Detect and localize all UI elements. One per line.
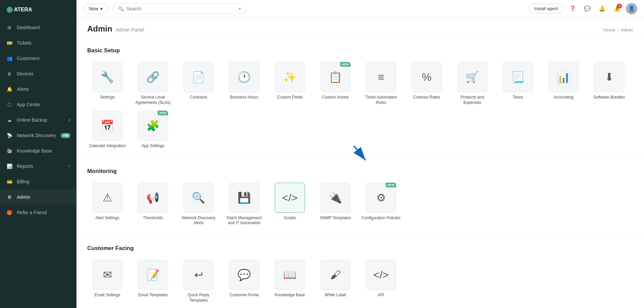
breadcrumb-separator: > xyxy=(617,27,620,33)
sidebar-item-app-center[interactable]: ⬡ App Center xyxy=(0,97,76,112)
breadcrumb-home[interactable]: Home xyxy=(603,27,615,33)
card-contracts[interactable]: 📄Contracts xyxy=(178,62,219,105)
user-avatar[interactable]: 👤 xyxy=(626,3,637,14)
sidebar-label-tickets: Tickets xyxy=(17,40,32,46)
search-bar: 🔍 ▾ xyxy=(112,3,247,14)
card-patch-management[interactable]: 💾Patch Management and IT Automation xyxy=(224,183,264,226)
card-label-email-settings: Email Settings xyxy=(95,293,120,298)
sidebar-item-billing[interactable]: 💳 Billing xyxy=(0,174,76,189)
card-calendar-integration[interactable]: 📅Calendar Integration xyxy=(87,111,127,149)
white-label-icon: 🖌 xyxy=(330,269,341,280)
card-software-bundles[interactable]: ⬇Software Bundles xyxy=(589,62,629,105)
sidebar-label-admin: Admin xyxy=(17,194,30,200)
card-label-business-hours: Business Hours xyxy=(230,95,258,100)
card-label-contract-rates: Contract Rates xyxy=(413,95,440,100)
install-agent-button[interactable]: Install agent xyxy=(529,4,564,13)
card-network-discovery-alerts[interactable]: 🔍Network Discovery Alerts xyxy=(178,183,219,226)
card-custom-assets[interactable]: NEW📋Custom Assets xyxy=(315,62,356,105)
knowledge-base-icon: 📚 xyxy=(6,147,13,154)
sidebar-item-refer[interactable]: 🎁 Refer a Friend xyxy=(0,205,76,220)
card-label-patch-management: Patch Management and IT Automation xyxy=(224,215,264,226)
card-white-label[interactable]: 🖌White Label xyxy=(315,260,356,303)
sidebar-item-reports[interactable]: 📊 Reports ▾ xyxy=(0,159,76,174)
sidebar-label-dashboard: Dashboard xyxy=(17,25,40,30)
card-label-app-settings: App Settings xyxy=(142,143,164,149)
help-button[interactable]: ❓ xyxy=(567,3,578,14)
knowledge-base-admin-icon: 📖 xyxy=(283,269,297,280)
reports-icon: 📊 xyxy=(6,163,13,170)
card-label-quick-reply: Quick Reply Templates xyxy=(178,293,219,303)
alert-settings-icon: ⚠ xyxy=(103,192,112,203)
card-quick-reply[interactable]: ↩Quick Reply Templates xyxy=(178,260,219,303)
products-expenses-icon: 🛒 xyxy=(466,72,479,82)
svg-text:ATERA: ATERA xyxy=(14,6,32,12)
card-contract-rates[interactable]: %Contract Rates xyxy=(407,62,447,105)
card-label-custom-assets: Custom Assets xyxy=(322,95,349,100)
card-accounting[interactable]: 📊Accounting xyxy=(543,62,584,105)
card-ticket-automation[interactable]: ≡Ticket Automation Rules xyxy=(361,62,401,105)
card-api[interactable]: </>API xyxy=(361,260,401,303)
card-label-customer-portal: Customer Portal xyxy=(230,293,259,298)
sidebar-item-knowledge-base[interactable]: 📚 Knowledge Base xyxy=(0,143,76,159)
grid-monitoring: ⚠Alert Settings📢Thresholds🔍Network Disco… xyxy=(87,183,633,226)
new-label: New xyxy=(89,6,98,11)
card-business-hours[interactable]: 🕐Business Hours xyxy=(224,62,264,105)
sidebar-item-tickets[interactable]: 🎫 Tickets xyxy=(0,35,76,51)
customer-portal-icon: 💬 xyxy=(237,269,251,280)
card-knowledge-base-admin[interactable]: 📖Knowledge Base xyxy=(270,260,310,303)
sidebar-nav: ⊞ Dashboard 🎫 Tickets 👥 Customers 🖥 Devi… xyxy=(0,20,76,220)
card-products-expenses[interactable]: 🛒Products and Expenses xyxy=(452,62,492,105)
main-area: New ▾ 🔍 ▾ Install agent ❓ 💬 🔔 ⚠️ 2 👤 Adm… xyxy=(76,0,644,308)
sidebar-item-online-backup[interactable]: ☁ Online Backup ▾ xyxy=(0,112,76,128)
admin-icon: ⚙ xyxy=(6,194,13,200)
sidebar-label-devices: Devices xyxy=(17,71,34,76)
sidebar-item-alerts[interactable]: 🔔 Alerts xyxy=(0,81,76,97)
card-label-custom-fields: Custom Fields xyxy=(277,95,303,100)
card-app-settings[interactable]: NEW🧩App Settings xyxy=(133,111,173,149)
card-scripts[interactable]: </>Scripts xyxy=(270,183,310,226)
card-custom-fields[interactable]: ✨Custom Fields xyxy=(270,62,310,105)
card-label-products-expenses: Products and Expenses xyxy=(452,95,492,105)
card-label-alert-settings: Alert Settings xyxy=(95,215,119,221)
sidebar-label-billing: Billing xyxy=(17,179,29,184)
notifications-button[interactable]: 🔔 xyxy=(596,3,608,14)
configuration-policies-icon: ⚙ xyxy=(376,192,386,203)
billing-icon: 💳 xyxy=(6,178,13,185)
email-settings-icon: ✉ xyxy=(103,269,112,280)
section-customer-facing: Customer Facing✉Email Settings📝Email Tem… xyxy=(76,236,644,308)
card-thresholds[interactable]: 📢Thresholds xyxy=(133,183,173,226)
refer-icon: 🎁 xyxy=(6,209,13,216)
search-icon: 🔍 xyxy=(118,6,124,11)
search-input[interactable] xyxy=(126,6,236,11)
card-label-white-label: White Label xyxy=(325,293,346,298)
card-email-settings[interactable]: ✉Email Settings xyxy=(87,260,127,303)
custom-fields-icon: ✨ xyxy=(283,72,297,82)
calendar-integration-icon: 📅 xyxy=(101,120,114,131)
chat-button[interactable]: 💬 xyxy=(582,3,593,14)
card-configuration-policies[interactable]: NEW⚙Configuration Policies xyxy=(361,183,401,226)
sidebar-item-dashboard[interactable]: ⊞ Dashboard xyxy=(0,20,76,35)
card-label-scripts: Scripts xyxy=(284,215,296,221)
sidebar-item-network-discovery[interactable]: 📡 Network Discovery +99 xyxy=(0,128,76,143)
card-email-templates[interactable]: 📝Email Templates xyxy=(133,260,173,303)
sidebar-item-admin[interactable]: ⚙ Admin xyxy=(0,189,76,205)
card-label-thresholds: Thresholds xyxy=(143,215,163,221)
page-header: Admin Admin Panel Home > Admin xyxy=(76,17,644,38)
card-label-contracts: Contracts xyxy=(190,95,207,100)
card-taxes[interactable]: 📃Taxes xyxy=(498,62,538,105)
sidebar-item-customers[interactable]: 👥 Customers xyxy=(0,51,76,66)
card-label-configuration-policies: Configuration Policies xyxy=(362,215,400,221)
alerts-button[interactable]: ⚠️ 2 xyxy=(611,3,623,14)
card-customer-portal[interactable]: 💬Customer Portal xyxy=(224,260,264,303)
new-button[interactable]: New ▾ xyxy=(83,4,108,14)
section-title-basic-setup: Basic Setup xyxy=(87,47,633,54)
content-area: Admin Admin Panel Home > Admin Basic Set… xyxy=(76,17,644,308)
card-alert-settings[interactable]: ⚠Alert Settings xyxy=(87,183,127,226)
badge-network-discovery: +99 xyxy=(61,133,70,138)
card-snmp-templates[interactable]: 🔌SNMP Templates xyxy=(315,183,356,226)
card-sla[interactable]: 🔗Service Level Agreements (SLAs) xyxy=(133,62,173,105)
new-badge-app-settings: NEW xyxy=(158,111,168,115)
card-settings[interactable]: 🔧Settings xyxy=(87,62,127,105)
sidebar-item-devices[interactable]: 🖥 Devices xyxy=(0,66,76,81)
sidebar-label-refer: Refer a Friend xyxy=(17,210,47,215)
